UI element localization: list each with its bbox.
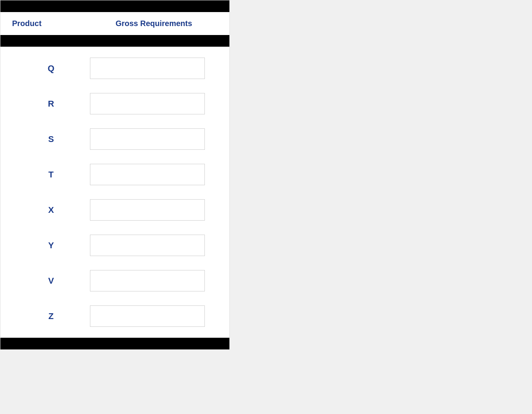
table-row: Y (0, 228, 229, 263)
product-cell-r: R (12, 99, 90, 109)
gross-cell-t (90, 164, 218, 185)
column-headers: Product Gross Requirements (0, 12, 229, 35)
table-body: QRSTXYVZ (0, 47, 229, 338)
gross-cell-r (90, 93, 218, 114)
header-top-bar (0, 0, 229, 12)
gross-input-z[interactable] (90, 305, 205, 327)
gross-input-t[interactable] (90, 164, 205, 185)
gross-cell-x (90, 199, 218, 221)
table-row: V (0, 263, 229, 298)
gross-input-q[interactable] (90, 58, 205, 79)
gross-input-y[interactable] (90, 235, 205, 256)
gross-input-v[interactable] (90, 270, 205, 291)
table-row: X (0, 192, 229, 228)
gross-input-r[interactable] (90, 93, 205, 114)
gross-cell-s (90, 128, 218, 150)
product-cell-z: Z (12, 311, 90, 321)
table-row: T (0, 157, 229, 192)
footer-bar (0, 338, 229, 349)
table-row: Z (0, 298, 229, 334)
product-cell-s: S (12, 134, 90, 144)
gross-cell-q (90, 58, 218, 79)
main-table: Product Gross Requirements QRSTXYVZ (0, 0, 230, 350)
gross-cell-z (90, 305, 218, 327)
gross-requirements-column-header: Gross Requirements (90, 19, 218, 28)
gross-cell-y (90, 235, 218, 256)
product-cell-v: V (12, 276, 90, 286)
gross-cell-v (90, 270, 218, 291)
gross-input-s[interactable] (90, 128, 205, 150)
product-column-header: Product (12, 19, 90, 28)
table-row: S (0, 121, 229, 157)
product-cell-q: Q (12, 63, 90, 74)
table-row: Q (0, 51, 229, 86)
gross-input-x[interactable] (90, 199, 205, 221)
product-cell-y: Y (12, 240, 90, 251)
product-cell-t: T (12, 170, 90, 180)
product-cell-x: X (12, 205, 90, 215)
table-row: R (0, 86, 229, 121)
subheader-bar (0, 35, 229, 47)
